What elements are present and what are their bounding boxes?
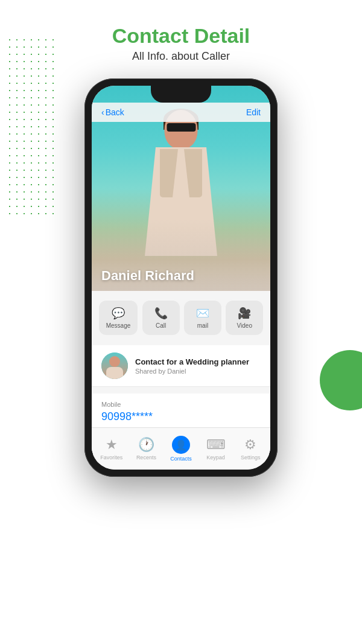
tab-keypad[interactable]: ⌨ Keypad: [198, 437, 233, 461]
shared-contact-info: Contact for a Wedding planner Shared by …: [135, 357, 261, 375]
keypad-icon: ⌨: [206, 437, 226, 453]
shared-by-label: Shared by Daniel: [135, 368, 261, 375]
tab-settings[interactable]: ⚙ Settings: [233, 437, 268, 461]
favorites-label: Favorites: [100, 454, 122, 461]
action-buttons-row: 💬 Message 📞 Call ✉️ mail 🎥 Video: [92, 296, 270, 340]
contacts-label: Contacts: [170, 456, 192, 462]
recents-label: Recents: [136, 454, 156, 461]
call-label: Call: [156, 322, 166, 329]
back-button[interactable]: ‹ Back: [101, 107, 124, 117]
video-icon: 🎥: [238, 307, 251, 320]
edit-button[interactable]: Edit: [246, 107, 261, 117]
dot-pattern-decoration: [6, 36, 54, 217]
shared-contact-avatar: [101, 352, 128, 379]
tab-recents[interactable]: 🕐 Recents: [129, 437, 164, 461]
message-icon: 💬: [112, 307, 125, 320]
mobile-section: Mobile 90998*****: [92, 394, 270, 431]
mail-label: mail: [197, 322, 208, 329]
mobile-number[interactable]: 90998*****: [101, 410, 261, 423]
mail-icon: ✉️: [196, 307, 209, 320]
person-glasses: [167, 123, 195, 132]
call-button[interactable]: 📞 Call: [142, 301, 180, 335]
page-subtitle: All Info. about Caller: [0, 50, 362, 63]
keypad-label: Keypad: [206, 454, 225, 461]
settings-icon: ⚙: [244, 437, 256, 453]
page-header: Contact Detail All Info. about Caller: [0, 0, 362, 63]
message-button[interactable]: 💬 Message: [99, 301, 138, 335]
contacts-icon: 👤: [172, 436, 190, 454]
video-label: Video: [237, 322, 252, 329]
phone-notch: [151, 86, 211, 103]
avatar-inner: [101, 352, 128, 379]
tab-favorites[interactable]: ★ Favorites: [94, 437, 129, 461]
clock-icon: 🕐: [138, 437, 154, 453]
navigation-bar: ‹ Back Edit: [92, 103, 270, 122]
chevron-left-icon: ‹: [101, 107, 104, 117]
mobile-label: Mobile: [101, 401, 261, 408]
tab-contacts[interactable]: 👤 Contacts: [164, 436, 198, 462]
tab-bar: ★ Favorites 🕐 Recents 👤 Contacts ⌨ Keypa…: [92, 427, 270, 470]
contact-name: Daniel Richard: [92, 268, 270, 284]
video-button[interactable]: 🎥 Video: [226, 301, 263, 335]
phone-screen: ‹ Back Edit Daniel Richard: [92, 86, 270, 470]
back-label: Back: [106, 107, 124, 117]
avatar-head: [109, 356, 120, 367]
shared-contact-card[interactable]: Contact for a Wedding planner Shared by …: [92, 345, 270, 387]
star-icon: ★: [106, 437, 118, 453]
message-label: Message: [106, 322, 131, 329]
settings-label: Settings: [241, 454, 261, 461]
green-circle-decoration: [320, 350, 362, 410]
page-title: Contact Detail: [0, 24, 362, 48]
call-icon: 📞: [154, 307, 168, 320]
shared-contact-title: Contact for a Wedding planner: [135, 357, 261, 366]
avatar-body: [106, 367, 123, 379]
mail-button[interactable]: ✉️ mail: [184, 301, 221, 335]
phone-frame: ‹ Back Edit Daniel Richard: [84, 78, 278, 477]
